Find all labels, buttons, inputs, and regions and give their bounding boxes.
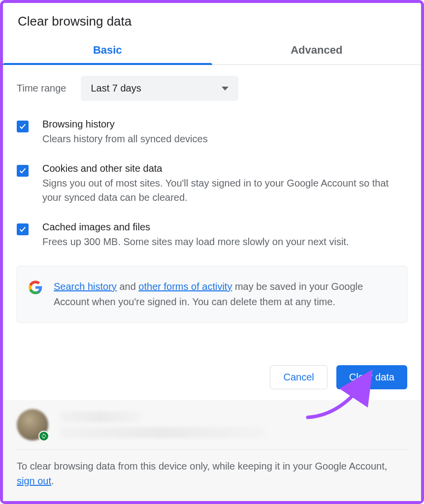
clear-data-button[interactable]: Clear data xyxy=(336,365,407,389)
checkbox-cache[interactable] xyxy=(17,223,29,235)
option-desc: Signs you out of most sites. You'll stay… xyxy=(42,176,407,205)
sign-out-link[interactable]: sign out xyxy=(17,475,51,486)
chevron-down-icon xyxy=(222,87,228,91)
tab-basic[interactable]: Basic xyxy=(3,37,212,64)
time-range-select[interactable]: Last 7 days xyxy=(81,76,238,101)
checkbox-browsing-history[interactable] xyxy=(17,121,29,132)
option-title: Cached images and files xyxy=(42,221,349,233)
tab-advanced[interactable]: Advanced xyxy=(212,37,422,64)
account-info-blurred xyxy=(59,411,266,438)
google-icon xyxy=(28,280,43,295)
checkbox-cookies[interactable] xyxy=(17,165,29,177)
search-history-link[interactable]: Search history xyxy=(54,281,117,292)
dialog-title: Clear browsing data xyxy=(3,3,421,37)
tabs: Basic Advanced xyxy=(3,37,421,65)
sync-icon xyxy=(38,431,49,441)
time-range-label: Time range xyxy=(17,83,66,94)
google-info-box: Search history and other forms of activi… xyxy=(17,266,407,323)
option-desc: Frees up 300 MB. Some sites may load mor… xyxy=(42,235,349,249)
option-cookies: Cookies and other site data Signs you ou… xyxy=(17,163,407,205)
other-activity-link[interactable]: other forms of activity xyxy=(138,281,232,292)
dialog-actions: Cancel Clear data xyxy=(3,354,421,400)
option-title: Cookies and other site data xyxy=(42,163,407,174)
cancel-button[interactable]: Cancel xyxy=(270,365,327,389)
option-browsing-history: Browsing history Clears history from all… xyxy=(17,119,407,146)
account-section: To clear browsing data from this device … xyxy=(3,400,421,501)
footer-text: To clear browsing data from this device … xyxy=(17,459,407,488)
time-range-value: Last 7 days xyxy=(91,83,141,94)
account-avatar[interactable] xyxy=(17,409,48,441)
option-cache: Cached images and files Frees up 300 MB.… xyxy=(17,221,407,249)
option-desc: Clears history from all synced devices xyxy=(42,132,208,146)
google-info-text: Search history and other forms of activi… xyxy=(54,279,395,310)
option-title: Browsing history xyxy=(42,119,208,130)
